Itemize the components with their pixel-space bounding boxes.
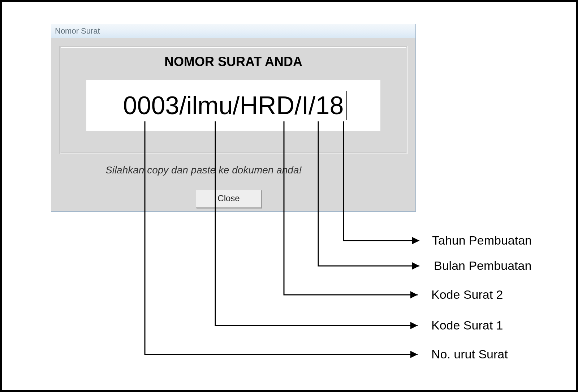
svg-marker-1 [410, 322, 418, 329]
close-button[interactable]: Close [196, 190, 262, 208]
dialog-body: NOMOR SURAT ANDA 0003/ilmu/HRD/I/18 Sila… [51, 38, 415, 211]
svg-marker-4 [412, 237, 419, 244]
svg-marker-2 [410, 291, 418, 298]
annotation-kode1: Kode Surat 1 [431, 318, 503, 332]
diagram-page: Nomor Surat NOMOR SURAT ANDA 0003/ilmu/H… [0, 0, 578, 392]
dialog-heading: NOMOR SURAT ANDA [61, 54, 406, 69]
value-field[interactable]: 0003/ilmu/HRD/I/18 [86, 80, 380, 131]
dialog-window: Nomor Surat NOMOR SURAT ANDA 0003/ilmu/H… [51, 24, 416, 212]
group-box: NOMOR SURAT ANDA 0003/ilmu/HRD/I/18 [59, 46, 407, 154]
text-caret [346, 91, 347, 120]
close-button-label: Close [217, 193, 240, 203]
svg-marker-0 [410, 351, 418, 358]
dialog-titlebar: Nomor Surat [51, 24, 415, 38]
annotation-nourut: No. urut Surat [431, 347, 508, 361]
dialog-title: Nomor Surat [55, 26, 100, 36]
group-inner: NOMOR SURAT ANDA 0003/ilmu/HRD/I/18 [61, 47, 406, 153]
annotation-bulan: Bulan Pembuatan [434, 259, 531, 273]
annotation-tahun: Tahun Pembuatan [432, 233, 532, 247]
annotation-kode2: Kode Surat 2 [431, 288, 503, 302]
value-text: 0003/ilmu/HRD/I/18 [86, 91, 380, 120]
instruction-text: Silahkan copy dan paste ke dokumen anda! [105, 164, 302, 176]
svg-marker-3 [412, 262, 419, 270]
